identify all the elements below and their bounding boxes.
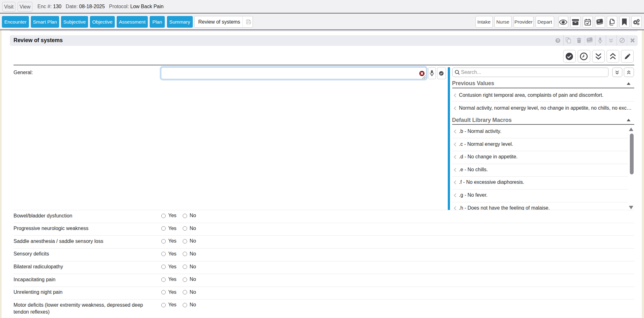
- svg-text:?: ?: [557, 39, 559, 42]
